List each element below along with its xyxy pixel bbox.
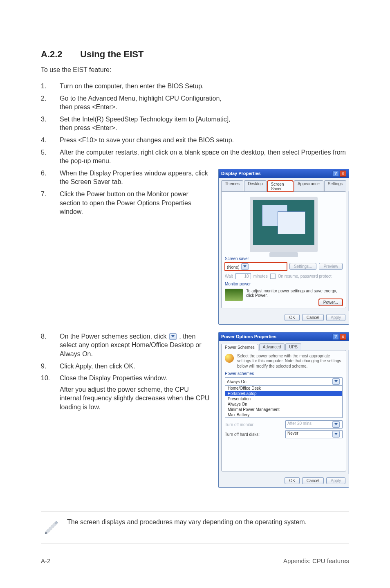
step-aftertext: After you adjust the power scheme, the C… [60, 385, 210, 412]
power-scheme-value: Always On [227, 379, 247, 384]
help-icon[interactable]: ? [332, 334, 339, 340]
step-text: Turn on the computer, then enter the BIO… [60, 82, 349, 91]
step-text: On the Power schemes section, click [60, 333, 168, 340]
step-text: Go to the Advanced Menu, highlight CPU C… [60, 95, 222, 102]
dialog-title: Power Options Properties [221, 334, 276, 339]
wait-input[interactable]: 10 [235, 273, 251, 279]
step-6: 6. When the Display Properties window ap… [41, 169, 210, 186]
dialog-title: Display Properties [221, 171, 261, 176]
power-button[interactable]: Power... [319, 299, 343, 306]
section-heading: A.2.2 Using the EIST [41, 49, 349, 60]
list-item[interactable]: Home/Office Desk [225, 386, 342, 391]
step-text: Click Apply, then click OK. [60, 362, 210, 371]
cancel-button[interactable]: Cancel [302, 477, 324, 484]
step-text: Click the Power button on the Monitor po… [60, 190, 210, 216]
step-number: 3. [41, 115, 52, 132]
tab-advanced[interactable]: Advanced [259, 343, 285, 350]
step-8: 8. On the Power schemes section, click ,… [41, 332, 210, 359]
step-number: 8. [41, 332, 52, 359]
tab-power-schemes[interactable]: Power Schemes [221, 344, 258, 350]
step-text: When the Display Properties window appea… [60, 169, 210, 186]
monitor-power-section-label: Monitor power [225, 282, 343, 286]
checkbox-icon[interactable] [270, 274, 276, 279]
tab-ups[interactable]: UPS [285, 343, 301, 350]
power-scheme-dropdown[interactable]: Home/Office Desk Portable/Laptop Present… [225, 385, 343, 418]
settings-button[interactable]: Settings... [289, 263, 316, 270]
step-number: 10. [41, 374, 52, 411]
chevron-down-icon[interactable] [332, 431, 340, 438]
section-number: A.2.2 [41, 49, 78, 60]
step-2: 2. Go to the Advanced Menu, highlight CP… [41, 94, 349, 112]
list-item[interactable]: Minimal Power Management [225, 407, 342, 412]
power-options-dialog: Power Options Properties ? × Power Schem… [218, 332, 349, 488]
tab-screen-saver[interactable]: Screen Saver [267, 181, 293, 192]
tab-settings[interactable]: Settings [324, 180, 346, 191]
apply-button[interactable]: Apply [326, 314, 345, 321]
step-number: 9. [41, 362, 52, 371]
tab-themes[interactable]: Themes [221, 180, 243, 191]
chevron-down-icon[interactable] [241, 263, 249, 270]
step-text: After the computer restarts, right click… [60, 148, 349, 166]
step-9: 9. Click Apply, then click OK. [41, 362, 210, 371]
step-7: 7. Click the Power button on the Monitor… [41, 190, 210, 216]
step-number: 4. [41, 136, 52, 145]
cancel-button[interactable]: Cancel [302, 314, 324, 321]
step-10: 10. Close the Display Properties window.… [41, 374, 210, 411]
power-schemes-section-label: Power schemes [225, 371, 343, 376]
note-block: The screen displays and procedures may v… [41, 512, 349, 543]
turn-off-hdd-value: Never [287, 431, 298, 438]
turn-off-monitor-label: Turn off monitor: [225, 422, 255, 427]
list-item[interactable]: Always On [225, 402, 342, 407]
page-footer: A-2 Appendix: CPU features [41, 553, 349, 564]
close-icon[interactable]: × [340, 171, 346, 177]
step-number: 7. [41, 190, 52, 216]
energy-star-icon [225, 289, 243, 301]
help-icon[interactable]: ? [332, 171, 339, 177]
preview-button[interactable]: Preview [319, 263, 343, 270]
lead-text: To use the EIST feature: [41, 66, 349, 74]
step-3: 3. Set the Intel(R) SpeedStep Technology… [41, 115, 349, 132]
section-title: Using the EIST [80, 49, 143, 59]
turn-off-hdd-select[interactable]: Never [285, 430, 343, 438]
step-text: Close the Display Properties window. [60, 375, 167, 382]
dialog-titlebar[interactable]: Display Properties ? × [219, 169, 349, 178]
dialog-titlebar[interactable]: Power Options Properties ? × [219, 332, 349, 341]
step-4: 4. Press <F10> to save your changes and … [41, 136, 349, 145]
power-scheme-select[interactable]: Always On [225, 377, 343, 386]
screensaver-value: (None) [227, 265, 240, 269]
list-item[interactable]: Portable/Laptop [225, 391, 342, 396]
turn-off-monitor-select[interactable]: After 20 mins [285, 420, 343, 429]
step-number: 1. [41, 82, 52, 91]
chevron-down-icon[interactable] [332, 421, 340, 428]
tab-desktop[interactable]: Desktop [244, 180, 267, 191]
turn-off-hdd-label: Turn off hard disks: [225, 432, 260, 437]
list-item[interactable]: Presentation [225, 396, 342, 402]
step-text: Press <F10> to save your changes and exi… [60, 136, 349, 145]
step-number: 2. [41, 94, 52, 112]
step-number: 5. [41, 148, 52, 166]
resume-protect-label: On resume, password protect [278, 274, 332, 278]
screensaver-select[interactable]: (None) [225, 263, 287, 271]
note-text: The screen displays and procedures may v… [67, 518, 307, 527]
chevron-down-icon [169, 333, 177, 340]
monitor-power-text: To adjust monitor power settings and sav… [246, 289, 343, 298]
page-number: A-2 [41, 557, 50, 564]
tab-appearance[interactable]: Appearance [294, 180, 323, 191]
list-item[interactable]: Max Battery [225, 412, 342, 417]
ok-button[interactable]: OK [285, 314, 299, 321]
display-properties-dialog: Display Properties ? × Themes Desktop Sc… [218, 169, 349, 325]
note-pencil-icon [43, 518, 60, 536]
apply-button[interactable]: Apply [326, 477, 345, 484]
step-text: Set the Intel(R) SpeedStep Technology it… [60, 116, 231, 123]
power-scheme-desc: Select the power scheme with the most ap… [237, 354, 343, 369]
power-scheme-icon [225, 354, 234, 363]
step-number: 6. [41, 169, 52, 186]
wait-unit: minutes [253, 274, 268, 278]
ok-button[interactable]: OK [285, 477, 299, 484]
chevron-down-icon[interactable] [332, 378, 340, 385]
turn-off-monitor-value: After 20 mins [287, 421, 312, 428]
footer-title: Appendix: CPU features [283, 557, 349, 564]
close-icon[interactable]: × [340, 334, 346, 340]
step-text: then press <Enter>. [60, 103, 117, 110]
monitor-preview [250, 197, 318, 252]
